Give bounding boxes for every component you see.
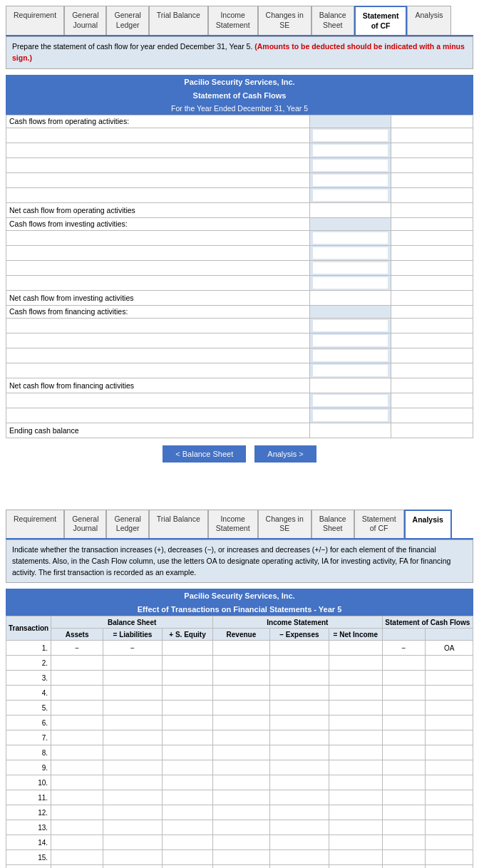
back-button-1[interactable]: < Balance Sheet: [163, 445, 246, 463]
op-amt1-3[interactable]: [313, 160, 388, 171]
table-row[interactable]: [6, 230, 473, 245]
fin-amt2-1[interactable]: [394, 320, 470, 331]
inv-amt1-2[interactable]: [313, 247, 388, 259]
op-amt2-1[interactable]: [394, 130, 470, 141]
net-op-val2[interactable]: [391, 202, 473, 217]
op-amt1-2[interactable]: [313, 145, 388, 156]
tab2-balance-sheet[interactable]: BalanceSheet: [311, 510, 354, 538]
table-row[interactable]: [6, 260, 473, 275]
fin-amt1-2[interactable]: [313, 335, 388, 346]
extra-amt1-1[interactable]: [313, 395, 388, 406]
tab2-trial-balance[interactable]: Trial Balance: [149, 510, 208, 538]
analysis-row-15[interactable]: 15.: [6, 850, 473, 865]
fin-desc-2[interactable]: [9, 335, 307, 346]
row-1-netincome[interactable]: [329, 641, 383, 656]
inv-desc-2[interactable]: [9, 247, 307, 259]
table-row[interactable]: [6, 275, 473, 290]
op-desc-3[interactable]: [9, 160, 307, 171]
table-row[interactable]: [6, 393, 473, 408]
table-row[interactable]: [6, 128, 473, 143]
net-fin-input[interactable]: [313, 380, 388, 391]
table-row[interactable]: [6, 363, 473, 378]
tab2-general-ledger[interactable]: GeneralLedger: [106, 510, 148, 538]
inv-amt2-1[interactable]: [394, 232, 470, 244]
fin-amt1-1[interactable]: [313, 320, 388, 331]
inv-amt1-4[interactable]: [313, 277, 388, 289]
tab-general-journal[interactable]: GeneralJournal: [64, 6, 106, 35]
tab-trial-balance[interactable]: Trial Balance: [149, 6, 208, 35]
op-amt1-4[interactable]: [313, 175, 388, 186]
op-desc-2[interactable]: [9, 145, 307, 156]
extra-amt1-2[interactable]: [313, 410, 388, 421]
fin-amt2-3[interactable]: [394, 350, 470, 361]
table-row[interactable]: [6, 318, 473, 333]
op-desc-4[interactable]: [9, 175, 307, 186]
fin-amt1-3[interactable]: [313, 350, 388, 361]
fin-amt2-2[interactable]: [394, 335, 470, 346]
table-row[interactable]: [6, 157, 473, 172]
net-inv-input2[interactable]: [394, 292, 470, 304]
op-desc-5[interactable]: [9, 190, 307, 201]
row-1-revenue[interactable]: [213, 641, 270, 656]
analysis-row-10[interactable]: 10.: [6, 775, 473, 790]
analysis-row-4[interactable]: 4.: [6, 686, 473, 701]
analysis-row-9[interactable]: 9.: [6, 760, 473, 775]
net-op-input2[interactable]: [394, 205, 470, 216]
op-amt2-5[interactable]: [394, 190, 470, 201]
table-row[interactable]: [6, 333, 473, 348]
tab2-income-statement[interactable]: IncomeStatement: [208, 510, 258, 538]
row-1-expenses[interactable]: [269, 641, 329, 656]
tab2-analysis[interactable]: Analysis: [404, 510, 452, 538]
op-desc-1[interactable]: [9, 130, 307, 141]
tab-income-statement[interactable]: IncomeStatement: [208, 6, 258, 35]
net-op-val1[interactable]: [309, 202, 391, 217]
extra-amt2-1[interactable]: [394, 395, 470, 406]
table-row[interactable]: [6, 172, 473, 187]
inv-desc-1[interactable]: [9, 232, 307, 244]
tab2-requirement[interactable]: Requirement: [6, 510, 64, 538]
table-row[interactable]: [6, 408, 473, 423]
net-op-input[interactable]: [313, 205, 388, 216]
analysis-row-7[interactable]: 7.: [6, 730, 473, 745]
analysis-row-5[interactable]: 5.: [6, 701, 473, 715]
analysis-row-16[interactable]: 16.: [6, 865, 473, 868]
inv-desc-3[interactable]: [9, 262, 307, 274]
extra-desc-1[interactable]: [9, 395, 307, 406]
analysis-row-11[interactable]: 11.: [6, 790, 473, 805]
analysis-row-14[interactable]: 14.: [6, 835, 473, 850]
op-amt1-1[interactable]: [313, 130, 388, 141]
fin-desc-3[interactable]: [9, 350, 307, 361]
tab-balance-sheet[interactable]: BalanceSheet: [311, 6, 354, 35]
extra-amt2-2[interactable]: [394, 410, 470, 421]
inv-amt2-4[interactable]: [394, 277, 470, 289]
inv-amt2-3[interactable]: [394, 262, 470, 274]
analysis-row-8[interactable]: 8.: [6, 745, 473, 760]
extra-desc-2[interactable]: [9, 410, 307, 421]
tab-general-ledger[interactable]: GeneralLedger: [106, 6, 148, 35]
ending-amt2[interactable]: [394, 425, 470, 436]
op-amt2-2[interactable]: [394, 145, 470, 156]
net-fin-input2[interactable]: [394, 380, 470, 391]
tab2-changes-se[interactable]: Changes inSE: [258, 510, 311, 538]
inv-amt2-2[interactable]: [394, 247, 470, 259]
table-row[interactable]: [6, 348, 473, 363]
tab-analysis[interactable]: Analysis: [407, 6, 450, 35]
analysis-row-6[interactable]: 6.: [6, 715, 473, 730]
table-row[interactable]: [6, 187, 473, 202]
tab-statement-cf[interactable]: Statementof CF: [354, 6, 408, 35]
fin-amt2-4[interactable]: [394, 365, 470, 376]
next-button-1[interactable]: Analysis >: [254, 445, 316, 463]
ending-amt1[interactable]: [313, 425, 388, 436]
fin-amt1-4[interactable]: [313, 365, 388, 376]
inv-amt1-1[interactable]: [313, 232, 388, 244]
tab-changes-se[interactable]: Changes inSE: [258, 6, 311, 35]
table-row[interactable]: [6, 143, 473, 157]
inv-amt1-3[interactable]: [313, 262, 388, 274]
tab2-statement-cf[interactable]: Statementof CF: [354, 510, 404, 538]
tab-requirement[interactable]: Requirement: [6, 6, 64, 35]
table-row[interactable]: [6, 245, 473, 260]
analysis-row-13[interactable]: 13.: [6, 820, 473, 835]
row-1-sequity[interactable]: [162, 641, 212, 656]
fin-desc-4[interactable]: [9, 365, 307, 376]
op-amt2-3[interactable]: [394, 160, 470, 171]
